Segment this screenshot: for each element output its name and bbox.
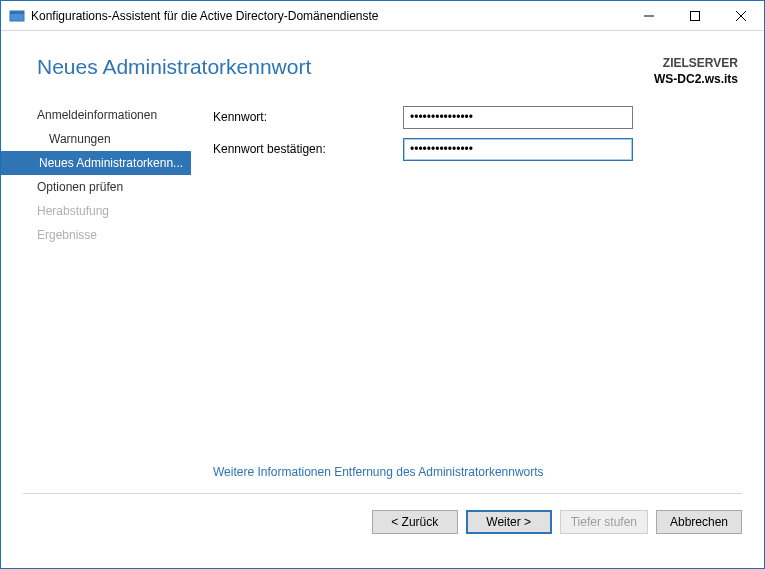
header: Neues Administratorkennwort ZIELSERVER W… — [1, 31, 764, 103]
svg-rect-3 — [691, 11, 700, 20]
window-controls — [626, 1, 764, 30]
password-label: Kennwort: — [213, 110, 403, 124]
demote-button: Tiefer stufen — [560, 510, 648, 534]
step-review-options[interactable]: Optionen prüfen — [1, 175, 191, 199]
window-title: Konfigurations-Assistent für die Active … — [31, 9, 626, 23]
close-button[interactable] — [718, 1, 764, 30]
confirm-password-row: Kennwort bestätigen: — [213, 135, 738, 163]
target-server-value: WS-DC2.ws.its — [654, 71, 738, 87]
more-info-link[interactable]: Weitere Informationen Entfernung des Adm… — [213, 465, 738, 493]
page-title: Neues Administratorkennwort — [37, 55, 311, 79]
password-input[interactable] — [403, 106, 633, 129]
main-panel: Kennwort: Kennwort bestätigen: Weitere I… — [191, 103, 738, 493]
next-button[interactable]: Weiter > — [466, 510, 552, 534]
step-results: Ergebnisse — [1, 223, 191, 247]
target-server-block: ZIELSERVER WS-DC2.ws.its — [654, 55, 738, 87]
step-demotion: Herabstufung — [1, 199, 191, 223]
target-server-label: ZIELSERVER — [654, 55, 738, 71]
step-warnings[interactable]: Warnungen — [1, 127, 191, 151]
cancel-button[interactable]: Abbrechen — [656, 510, 742, 534]
minimize-button[interactable] — [626, 1, 672, 30]
wizard-steps-sidebar: Anmeldeinformationen Warnungen Neues Adm… — [1, 103, 191, 493]
title-bar: Konfigurations-Assistent für die Active … — [1, 1, 764, 31]
svg-rect-1 — [10, 11, 24, 14]
step-credentials[interactable]: Anmeldeinformationen — [1, 103, 191, 127]
wizard-body: Anmeldeinformationen Warnungen Neues Adm… — [1, 103, 764, 493]
maximize-button[interactable] — [672, 1, 718, 30]
back-button[interactable]: < Zurück — [372, 510, 458, 534]
wizard-footer: < Zurück Weiter > Tiefer stufen Abbreche… — [1, 494, 764, 550]
confirm-password-label: Kennwort bestätigen: — [213, 142, 403, 156]
step-new-admin-password[interactable]: Neues Administratorkenn... — [1, 151, 191, 175]
password-row: Kennwort: — [213, 103, 738, 131]
app-icon — [9, 8, 25, 24]
confirm-password-input[interactable] — [403, 138, 633, 161]
